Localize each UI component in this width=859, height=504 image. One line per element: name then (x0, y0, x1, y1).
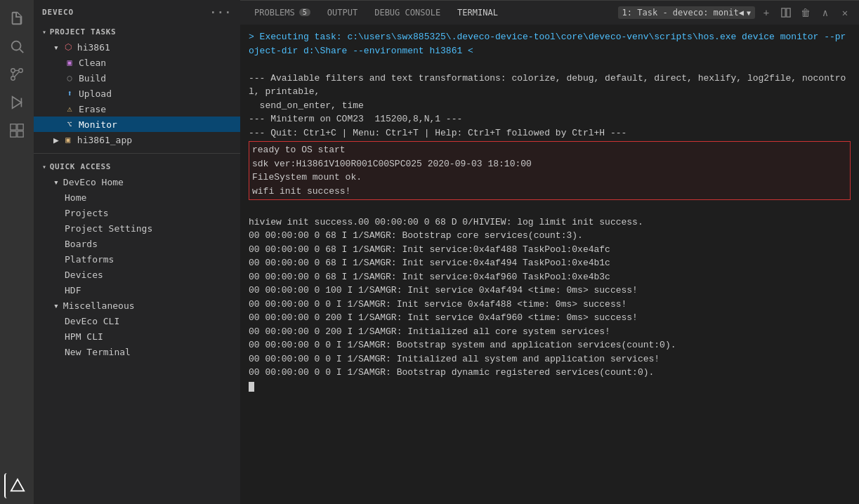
terminal-line-17: 00 00:00:00 0 200 I 1/SAMGR: Initialized… (249, 325, 851, 339)
new-terminal-button[interactable]: + (758, 4, 775, 21)
run-icon[interactable] (4, 90, 29, 115)
subproject-arrow: ▶ (53, 135, 59, 145)
quick-hpm-cli-label: HPM CLI (65, 331, 103, 342)
project-hi3861[interactable]: ▾ ⬡ hi3861 (34, 39, 240, 55)
tab-terminal[interactable]: TERMINAL (449, 1, 506, 25)
terminal-line-2: send_on_enter, time (249, 99, 851, 113)
quick-boards-label: Boards (65, 239, 98, 249)
task-monitor-label: Monitor (79, 119, 117, 130)
terminal-line-5: ready to OS start (252, 143, 847, 157)
terminal-content[interactable]: > Executing task: c:\users\swx885325\.de… (240, 25, 859, 504)
sidebar: DEVECO ··· ▾ PROJECT TASKS ▾ ⬡ hi3861 ▣ … (34, 0, 240, 504)
quick-devices[interactable]: Devices (34, 267, 240, 282)
quick-hpm-cli[interactable]: HPM CLI (34, 329, 240, 344)
project-arrow: ▾ (53, 42, 59, 53)
quick-deveco-cli[interactable]: DevEco CLI (34, 313, 240, 329)
quick-boards[interactable]: Boards (34, 236, 240, 251)
maximize-panel-button[interactable]: ∧ (817, 4, 834, 21)
terminal-panel: PROBLEMS 5 OUTPUT DEBUG CONSOLE TERMINAL… (240, 0, 859, 504)
split-terminal-button[interactable] (778, 4, 794, 21)
misc-arrow: ▾ (53, 300, 59, 311)
task-erase-label: Erase (79, 104, 106, 114)
task-upload-label: Upload (79, 88, 112, 99)
sidebar-more-button[interactable]: ··· (209, 6, 232, 19)
task-erase[interactable]: ⚠ Erase (34, 101, 240, 117)
task-clean-label: Clean (79, 58, 106, 68)
misc-label: Miscellaneous (63, 300, 135, 311)
project-name: hi3861 (77, 42, 110, 53)
clean-icon: ▣ (65, 58, 74, 67)
activity-bar (0, 0, 34, 504)
terminal-selector-label: 1: Task - deveco: monit◀ (622, 8, 744, 18)
sidebar-title: DEVECO (42, 8, 74, 17)
erase-icon: ⚠ (65, 104, 74, 114)
upload-icon: ⬆ (65, 88, 74, 98)
terminal-line-19: 00 00:00:00 0 0 I 1/SAMGR: Initialized a… (249, 352, 851, 366)
quick-projects[interactable]: Projects (34, 205, 240, 220)
quick-devices-label: Devices (65, 270, 103, 280)
terminal-line-14: 00 00:00:00 0 100 I 1/SAMGR: Init servic… (249, 284, 851, 298)
close-panel-button[interactable]: ✕ (837, 4, 853, 21)
search-icon[interactable] (4, 34, 29, 59)
subproject-name: hi3861_app (77, 135, 132, 145)
deveco-home-section[interactable]: ▾ DevEco Home (34, 174, 240, 190)
main-area: PROBLEMS 5 OUTPUT DEBUG CONSOLE TERMINAL… (240, 0, 859, 504)
tab-debug-console[interactable]: DEBUG CONSOLE (366, 1, 449, 25)
quick-hdf[interactable]: HDF (34, 282, 240, 298)
project-tasks-arrow: ▾ (42, 28, 47, 36)
miscellaneous-section[interactable]: ▾ Miscellaneous (34, 298, 240, 313)
task-upload[interactable]: ⬆ Upload (34, 86, 240, 101)
tab-terminal-label: TERMINAL (457, 8, 498, 18)
quick-access-label: QUICK ACCESS (50, 162, 111, 171)
quick-hdf-label: HDF (65, 285, 81, 296)
svg-rect-10 (11, 124, 16, 130)
task-build-label: Build (79, 73, 106, 84)
terminal-cursor-line (249, 380, 851, 394)
project-hi3861-app[interactable]: ▶ ▣ hi3861_app (34, 132, 240, 147)
tab-problems-label: PROBLEMS (254, 8, 295, 18)
project-tasks-label: PROJECT TASKS (50, 27, 117, 37)
kill-terminal-button[interactable]: 🗑 (797, 4, 814, 21)
task-clean[interactable]: ▣ Clean (34, 55, 240, 70)
svg-rect-13 (18, 131, 23, 137)
tab-problems[interactable]: PROBLEMS 5 (246, 1, 319, 25)
quick-platforms-label: Platforms (65, 254, 114, 265)
svg-line-7 (15, 72, 19, 77)
quick-project-settings[interactable]: Project Settings (34, 220, 240, 236)
quick-access-section[interactable]: ▾ QUICK ACCESS (34, 159, 240, 174)
task-build[interactable]: ○ Build (34, 70, 240, 86)
files-icon[interactable] (4, 6, 29, 31)
terminal-line-16: 00 00:00:00 0 200 I 1/SAMGR: Init servic… (249, 311, 851, 325)
tab-output[interactable]: OUTPUT (319, 1, 366, 25)
folder-icon: ▣ (63, 135, 73, 145)
monitor-icon: ⌥ (65, 119, 74, 129)
terminal-cursor (249, 382, 254, 392)
terminal-line-6: sdk ver:Hi3861V100R001C00SPC025 2020-09-… (252, 157, 847, 171)
project-tasks-section[interactable]: ▾ PROJECT TASKS (34, 25, 240, 39)
tab-output-label: OUTPUT (327, 8, 358, 18)
source-control-icon[interactable] (4, 62, 29, 87)
quick-project-settings-label: Project Settings (65, 223, 152, 234)
terminal-line-0: > Executing task: c:\users\swx885325\.de… (249, 30, 851, 58)
svg-rect-15 (782, 8, 785, 17)
svg-marker-8 (13, 97, 22, 109)
quick-new-terminal[interactable]: New Terminal (34, 344, 240, 359)
project-icon: ⬡ (63, 42, 73, 52)
extensions-icon[interactable] (4, 118, 29, 143)
quick-platforms[interactable]: Platforms (34, 251, 240, 267)
panel-tabs-right: 1: Task - deveco: monit◀ ▼ + 🗑 ∧ ✕ (618, 4, 853, 21)
terminal-line-10: 00 00:00:00 0 68 I 1/SAMGR: Bootstrap co… (249, 229, 851, 243)
quick-new-terminal-label: New Terminal (65, 347, 131, 357)
terminal-selector[interactable]: 1: Task - deveco: monit◀ ▼ (618, 6, 755, 19)
build-icon: ○ (65, 73, 74, 83)
tab-debug-console-label: DEBUG CONSOLE (374, 8, 440, 18)
deveco-icon[interactable] (4, 473, 29, 498)
svg-rect-11 (18, 124, 23, 130)
sidebar-divider-1 (34, 153, 240, 154)
terminal-line-13: 00 00:00:00 0 68 I 1/SAMGR: Init service… (249, 270, 851, 284)
terminal-line-blank1 (249, 58, 851, 72)
task-monitor[interactable]: ⌥ Monitor (34, 117, 240, 132)
svg-point-4 (19, 69, 23, 73)
terminal-line-20: 00 00:00:00 0 0 I 1/SAMGR: Bootstrap dyn… (249, 366, 851, 380)
quick-home[interactable]: Home (34, 190, 240, 205)
